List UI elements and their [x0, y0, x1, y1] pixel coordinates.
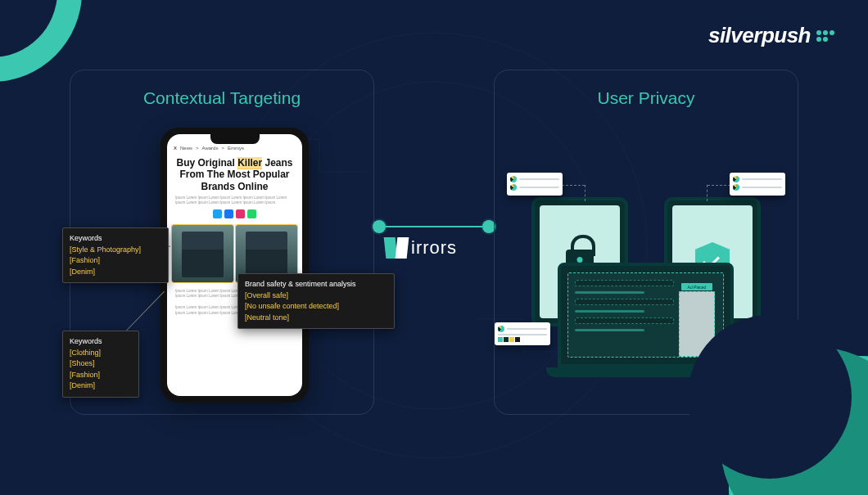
mirrors-logo: irrors [385, 237, 483, 259]
dashed-path-1a [562, 185, 585, 186]
pie-icon [510, 176, 517, 182]
swatch-row [498, 337, 547, 342]
highlighted-keyword: Killer [237, 157, 262, 169]
instagram-icon [236, 209, 245, 218]
close-icon: X [174, 146, 177, 151]
laptop-screen: Ad Placed [567, 272, 724, 358]
whatsapp-icon [247, 209, 256, 218]
corner-swoosh-top-left [0, 0, 82, 82]
brand-logo: silverpush [708, 23, 835, 48]
info-card-top-left [507, 173, 563, 196]
mirrors-wordmark: irrors [411, 237, 457, 259]
twitter-icon [213, 209, 222, 218]
dashed-path-2a [708, 185, 730, 186]
article-body-excerpt: Ipsum Lorem Ipsum Lorem Ipsum Lorem Ipsu… [167, 196, 302, 206]
phone-notch [210, 134, 260, 144]
detected-image-1 [172, 225, 233, 282]
brand-name: silverpush [708, 23, 811, 48]
brand-dots-icon [816, 29, 835, 43]
info-card-bottom-left [495, 322, 550, 345]
contextual-targeting-panel: Contextual Targeting X News > Awards > E… [70, 70, 374, 415]
dashed-path-2b [707, 185, 708, 201]
keywords-callout-1: Keywords [Style & Photography] [Fashion]… [62, 227, 169, 283]
dashed-path-1b [585, 185, 585, 201]
pie-icon [733, 184, 739, 191]
callout-lead-2 [124, 291, 165, 333]
pie-icon [510, 184, 517, 191]
mirrors-mark-icon [385, 237, 408, 259]
connector-line [373, 217, 495, 236]
connector-segment [386, 226, 482, 227]
phone-screen: X News > Awards > Emmys Buy Original Kil… [167, 134, 302, 396]
social-icons [167, 206, 302, 222]
phone-mockup: X News > Awards > Emmys Buy Original Kil… [160, 128, 309, 403]
left-panel-title: Contextual Targeting [70, 70, 373, 108]
pie-icon [498, 326, 504, 332]
brand-safety-callout: Brand safety & sentiment analysis [Overa… [237, 273, 395, 329]
right-panel-title: User Privacy [495, 70, 798, 108]
connector-node-left [373, 220, 386, 233]
info-card-top-right [730, 173, 785, 196]
keywords-callout-2: Keywords [Clothing] [Shoes] [Fashion] [D… [62, 331, 139, 398]
ad-slot-label: Ad Placed [681, 283, 712, 290]
facebook-icon [224, 209, 233, 218]
article-headline: Buy Original Killer Jeans From The Most … [167, 154, 302, 196]
pie-icon [733, 176, 739, 182]
corner-swoosh-bottom-right [729, 356, 868, 495]
